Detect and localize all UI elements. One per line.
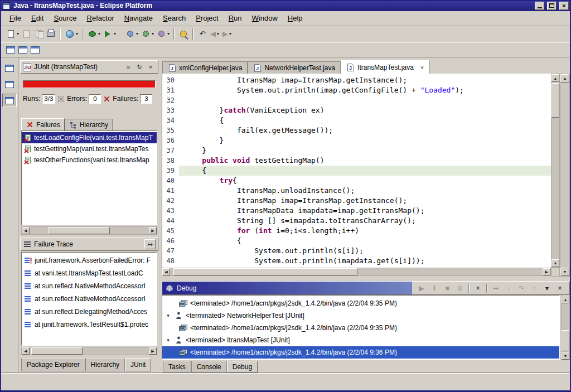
rerun-test-button[interactable]: ↻ bbox=[134, 62, 144, 72]
forward-button[interactable]: ▶▾ bbox=[221, 27, 233, 41]
editor-tab-itransmaptest[interactable]: JItransMapTest.java× bbox=[341, 60, 429, 74]
secondary-toolbar-button-1[interactable] bbox=[4, 43, 17, 56]
dropdown-arrow-icon[interactable]: ▾ bbox=[167, 31, 170, 36]
tree-expander-icon[interactable]: ▾ bbox=[164, 337, 172, 343]
scroll-up-button[interactable]: ▲ bbox=[551, 74, 559, 82]
tab-debug[interactable]: Debug bbox=[227, 361, 258, 372]
tab-hierarchy[interactable]: Hierarchy bbox=[65, 119, 113, 130]
scroll-track[interactable] bbox=[562, 303, 569, 352]
back-button[interactable]: ◀▾ bbox=[209, 27, 221, 41]
overview-ruler-track[interactable] bbox=[560, 83, 569, 268]
java-perspective-button[interactable] bbox=[2, 94, 17, 107]
editor-tab-networkhelpertest[interactable]: JNetworkHelperTest.java bbox=[248, 61, 341, 74]
editor-hscrollbar[interactable]: ◀ ▶ bbox=[162, 268, 551, 276]
menu-edit[interactable]: Edit bbox=[26, 12, 49, 25]
window-menu-icon[interactable] bbox=[2, 2, 11, 10]
secondary-toolbar-button-3[interactable] bbox=[29, 43, 41, 56]
debug-tree-row[interactable]: <terminated> /home1/acm/pkgs/j2sdk_1.4.2… bbox=[162, 297, 559, 309]
scroll-thumb[interactable] bbox=[173, 268, 357, 275]
scroll-right-button[interactable]: ▶ bbox=[149, 227, 157, 234]
scroll-thumb[interactable] bbox=[551, 83, 559, 118]
step-with-filters-button[interactable]: ↦ bbox=[490, 283, 501, 293]
code-editor[interactable]: 30 ItransMap imap=ItransMap.getInstance(… bbox=[162, 74, 551, 268]
scroll-left-button[interactable]: ◀ bbox=[22, 347, 30, 355]
step-return-button[interactable]: ↑ bbox=[529, 283, 540, 293]
window-maximize-button[interactable] bbox=[547, 2, 557, 10]
scroll-right-button[interactable]: ▶ bbox=[149, 347, 157, 355]
view-menu-button[interactable]: ▾ bbox=[541, 283, 553, 293]
menu-refactor[interactable]: Refactor bbox=[82, 12, 119, 25]
scroll-up-button[interactable]: ▲ bbox=[562, 296, 569, 303]
scroll-track[interactable] bbox=[30, 227, 149, 234]
stack-trace-item[interactable]: junit.framework.AssertionFailedError: F bbox=[22, 254, 157, 267]
tab-console[interactable]: Console bbox=[191, 361, 227, 372]
scroll-down-button[interactable]: ▼ bbox=[562, 352, 569, 360]
test-result-item[interactable]: testGettingMap(vani.test.ItransMapTes bbox=[22, 143, 157, 154]
debug-launch-tree[interactable]: <terminated> /home1/acm/pkgs/j2sdk_1.4.2… bbox=[162, 295, 560, 360]
terminate-button[interactable]: ■ bbox=[442, 283, 453, 293]
scroll-track[interactable] bbox=[170, 268, 543, 275]
run-launch-button[interactable]: ▾ bbox=[101, 27, 117, 41]
search-button[interactable] bbox=[177, 27, 190, 41]
trace-hscrollbar[interactable]: ◀ ▶ bbox=[21, 347, 157, 355]
scroll-left-button[interactable]: ◀ bbox=[22, 227, 30, 234]
step-into-button[interactable]: ↓ bbox=[503, 283, 514, 293]
new-java-interface-button[interactable]: ▾ bbox=[155, 27, 171, 41]
scroll-track[interactable] bbox=[551, 82, 559, 259]
failure-list-hscrollbar[interactable]: ◀ ▶ bbox=[21, 226, 157, 235]
scroll-left-button[interactable]: ◀ bbox=[162, 268, 170, 275]
new-java-class-button[interactable]: ▾ bbox=[139, 27, 155, 41]
debug-tree-row[interactable]: ▾<terminated> NetworkHelperTest [JUnit] bbox=[162, 309, 559, 322]
menu-project[interactable]: Project bbox=[191, 12, 223, 25]
junit-view-header[interactable]: JU JUnit (ItransMapTest) ■ ↻ × bbox=[20, 60, 158, 74]
scroll-thumb[interactable] bbox=[562, 330, 569, 351]
debug-tree-row[interactable]: ▾<terminated> ItransMapTest [JUnit] bbox=[162, 334, 559, 346]
tab-junit[interactable]: JUnit bbox=[125, 358, 151, 371]
disconnect-button[interactable]: ⊘ bbox=[454, 283, 466, 293]
test-result-item[interactable]: testLoadConfigFile(vani.test.ItransMapT bbox=[22, 132, 157, 143]
suspend-button[interactable]: ‖ bbox=[429, 283, 440, 293]
debug-launch-button[interactable]: ▾ bbox=[86, 27, 101, 41]
dropdown-arrow-icon[interactable]: ▾ bbox=[229, 31, 231, 36]
dropdown-arrow-icon[interactable]: ▾ bbox=[76, 31, 78, 36]
tab-package-explorer[interactable]: Package Explorer bbox=[21, 358, 85, 371]
tab-failures[interactable]: Failures bbox=[21, 118, 65, 130]
tab-tasks[interactable]: Tasks bbox=[163, 361, 191, 372]
dropdown-arrow-icon[interactable]: ▾ bbox=[152, 31, 154, 36]
window-titlebar[interactable]: Java - ItransMapTest.java - Eclipse Plat… bbox=[0, 0, 571, 11]
menu-file[interactable]: File bbox=[4, 12, 26, 25]
debug-tree-row[interactable]: <terminated> /home1/acm/pkgs/j2sdk_1.4.2… bbox=[162, 346, 559, 359]
debug-close-button[interactable]: × bbox=[554, 283, 565, 293]
scroll-thumb[interactable] bbox=[49, 227, 110, 234]
failure-list[interactable]: testLoadConfigFile(vani.test.ItransMapTt… bbox=[21, 130, 157, 225]
dropdown-arrow-icon[interactable]: ▾ bbox=[17, 31, 19, 36]
dropdown-arrow-icon[interactable]: ▾ bbox=[136, 31, 138, 36]
external-tools-button[interactable]: ▾ bbox=[64, 27, 79, 41]
secondary-toolbar-button-2[interactable] bbox=[17, 43, 29, 56]
scroll-thumb[interactable] bbox=[31, 347, 83, 355]
debug-view-titlebar[interactable]: Debug bbox=[162, 282, 412, 294]
dropdown-arrow-icon[interactable]: ▾ bbox=[114, 31, 116, 36]
editor-tab-close-icon[interactable]: × bbox=[420, 64, 424, 71]
last-edit-location-button[interactable]: ↶ bbox=[196, 27, 209, 41]
editor-tab-xmlconfighelper[interactable]: JxmlConfigHelper.java bbox=[162, 61, 248, 74]
scroll-track[interactable] bbox=[30, 347, 149, 355]
test-result-item[interactable]: testOtherFunctions(vani.test.ItransMap bbox=[22, 154, 157, 166]
save-button[interactable] bbox=[20, 27, 32, 41]
remove-terminated-button[interactable]: × bbox=[472, 283, 483, 293]
resume-button[interactable]: ▶ bbox=[416, 283, 427, 293]
junit-close-button[interactable]: × bbox=[146, 62, 156, 72]
resource-perspective-button[interactable] bbox=[2, 78, 17, 91]
editor-vscrollbar[interactable]: ▲ ▼ bbox=[551, 74, 560, 268]
tab-hierarchy-view[interactable]: Hierarchy bbox=[85, 358, 125, 371]
stack-trace-item[interactable]: at vani.test.ItransMapTest.testLoadC bbox=[22, 267, 157, 279]
overview-ruler[interactable]: ▲ ▼ bbox=[560, 74, 570, 277]
menu-source[interactable]: Source bbox=[49, 12, 81, 25]
stack-trace-item[interactable]: at sun.reflect.NativeMethodAccessorI bbox=[22, 279, 157, 292]
step-over-button[interactable]: ↷ bbox=[516, 283, 527, 293]
stop-test-run-button[interactable]: ■ bbox=[123, 62, 133, 72]
print-button[interactable] bbox=[45, 27, 57, 41]
menu-run[interactable]: Run bbox=[224, 12, 247, 25]
dropdown-arrow-icon[interactable]: ▾ bbox=[217, 31, 219, 36]
window-minimize-button[interactable] bbox=[535, 2, 544, 10]
